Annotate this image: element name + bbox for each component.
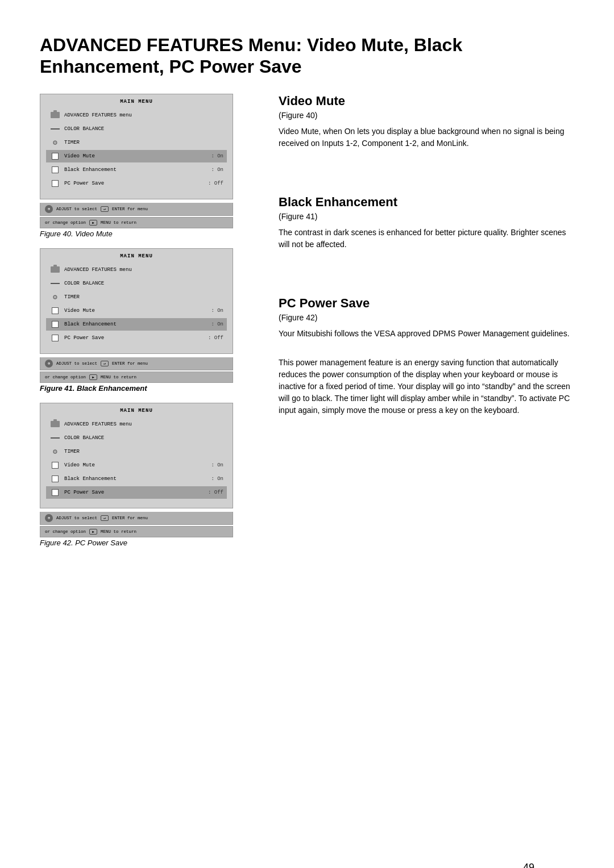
square-icon-3: [49, 180, 61, 187]
menu-item-f2-1: ADVANCED FEATURES menu: [46, 264, 227, 276]
adjust-icon-3: ⊕: [45, 514, 53, 522]
camera-shape-1: [51, 112, 60, 118]
menu-item-label-1: ADVANCED FEATURES menu: [64, 112, 223, 118]
square-shape-f2-3: [52, 335, 59, 341]
camera-shape-2: [51, 266, 60, 273]
camera-icon-1: [49, 111, 61, 119]
menu-footer-2b: or change option ▶ MENU to return: [40, 372, 233, 383]
footer-text-2a: ADJUST to select: [56, 361, 97, 366]
section-ref-pc-power-save: (Figure 42): [279, 313, 574, 322]
square-shape-f2-1: [52, 307, 59, 314]
footer-text-3c: or change option: [45, 529, 86, 534]
square-shape-f3-1: [52, 462, 59, 469]
menu-item-f2-label-4: Video Mute: [64, 308, 211, 314]
gear-shape-3: ⚙: [53, 447, 57, 456]
section-text-black-enhancement: The contrast in dark scenes is enhanced …: [279, 227, 574, 251]
footer-text-2c: or change option: [45, 375, 86, 379]
menu-item-f3-label-3: TIMER: [64, 449, 223, 454]
menu-item-f3-label-4: Video Mute: [64, 462, 211, 468]
menu-item-value-6: : Off: [208, 181, 223, 186]
page-title: ADVANCED FEATURES Menu: Video Mute, Blac…: [40, 34, 574, 78]
adjust-icon-1: ⊕: [45, 205, 53, 213]
menu-item-f2-6: PC Power Save : Off: [46, 332, 227, 344]
menu-item-f3-label-6: PC Power Save: [64, 490, 208, 495]
menu-item-f3-5: Black Enhancement : On: [46, 473, 227, 485]
figure-caption-42: Figure 42. PC Power Save: [40, 539, 256, 547]
line-icon-3: [49, 434, 61, 442]
section-black-enhancement: Black Enhancement (Figure 41) The contra…: [279, 195, 574, 251]
page: ADVANCED FEATURES Menu: Video Mute, Blac…: [40, 34, 574, 868]
gear-shape-1: ⚙: [53, 138, 57, 147]
section-video-mute: Video Mute (Figure 40) Video Mute, when …: [279, 94, 574, 149]
menu-item-f3-1: ADVANCED FEATURES menu: [46, 418, 227, 431]
square-icon-f3-1: [49, 461, 61, 469]
menu-item-label-5: Black Enhancement: [64, 167, 211, 173]
square-icon-1: [49, 152, 61, 160]
gear-icon-1: ⚙: [49, 139, 61, 147]
menu-item-4: Video Mute : On: [46, 150, 227, 162]
menu-item-f2-5: Black Enhancement : On: [46, 318, 227, 331]
line-icon-2: [49, 279, 61, 287]
page-number: 49: [523, 862, 534, 868]
menu-item-2: COLOR BALANCE: [46, 123, 227, 135]
menu-title-bar-1: MAIN MENU: [46, 99, 227, 105]
menu-item-f3-label-2: COLOR BALANCE: [64, 435, 223, 441]
menu-icon-1: ▶: [89, 220, 97, 226]
left-column: MAIN MENU ADVANCED FEATURES menu COLOR B…: [40, 94, 256, 557]
menu-item-value-4: : On: [211, 153, 223, 159]
content-wrapper: MAIN MENU ADVANCED FEATURES menu COLOR B…: [40, 94, 574, 557]
line-shape-1: [51, 128, 60, 130]
menu-item-f3-4: Video Mute : On: [46, 459, 227, 471]
adjust-icon-2: ⊕: [45, 360, 53, 368]
menu-item-f2-4: Video Mute : On: [46, 304, 227, 317]
line-shape-3: [51, 437, 60, 439]
enter-icon-2: ↵: [101, 361, 109, 366]
menu-item-f3-value-6: : Off: [208, 490, 223, 495]
menu-item-f3-label-5: Black Enhancement: [64, 476, 211, 482]
section-text-pc-power-save-2: This power management feature is an ener…: [279, 357, 574, 416]
section-text-pc-power-save-1: Your Mitsubishi follows the VESA approve…: [279, 328, 574, 340]
enter-icon-1: ↵: [101, 206, 109, 212]
menu-item-3: ⚙ TIMER: [46, 136, 227, 149]
footer-text-1c: or change option: [45, 220, 86, 225]
menu-item-f2-3: ⚙ TIMER: [46, 291, 227, 303]
menu-box-figure41: MAIN MENU ADVANCED FEATURES menu COLOR B…: [40, 248, 233, 354]
menu-item-label-6: PC Power Save: [64, 181, 208, 186]
menu-box-figure40: MAIN MENU ADVANCED FEATURES menu COLOR B…: [40, 94, 233, 199]
menu-item-f2-value-5: : On: [211, 322, 223, 327]
menu-item-f2-value-4: : On: [211, 308, 223, 314]
menu-item-label-2: COLOR BALANCE: [64, 126, 223, 132]
square-shape-f2-2: [52, 321, 59, 328]
menu-title-bar-2: MAIN MENU: [46, 253, 227, 259]
gear-icon-3: ⚙: [49, 448, 61, 456]
menu-icon-3: ▶: [89, 529, 97, 535]
gear-icon-2: ⚙: [49, 293, 61, 301]
footer-text-2d: MENU to return: [101, 375, 136, 379]
menu-item-f3-label-1: ADVANCED FEATURES menu: [64, 422, 223, 427]
square-icon-f2-3: [49, 334, 61, 342]
footer-text-3b: ENTER for menu: [112, 516, 148, 520]
menu-item-f2-value-6: : Off: [208, 335, 223, 341]
menu-item-f2-label-6: PC Power Save: [64, 335, 208, 341]
square-icon-f2-1: [49, 307, 61, 315]
enter-icon-3: ↵: [101, 515, 109, 521]
figure-caption-41: Figure 41. Black Enhancement: [40, 384, 256, 393]
menu-item-f3-value-5: : On: [211, 476, 223, 482]
menu-footer-1b: or change option ▶ MENU to return: [40, 217, 233, 228]
footer-text-1b: ENTER for menu: [112, 207, 148, 211]
menu-item-f2-label-1: ADVANCED FEATURES menu: [64, 267, 223, 273]
section-pc-power-save: PC Power Save (Figure 42) Your Mitsubish…: [279, 296, 574, 416]
camera-icon-2: [49, 266, 61, 274]
footer-text-3d: MENU to return: [101, 529, 136, 534]
menu-item-f2-label-2: COLOR BALANCE: [64, 281, 223, 286]
section-ref-black-enhancement: (Figure 41): [279, 212, 574, 221]
line-shape-2: [51, 283, 60, 284]
menu-item-f2-2: COLOR BALANCE: [46, 277, 227, 290]
menu-item-value-5: : On: [211, 167, 223, 173]
square-shape-2: [52, 166, 59, 173]
square-shape-3: [52, 180, 59, 187]
square-shape-f3-3: [52, 489, 59, 496]
figure-caption-40: Figure 40. Video Mute: [40, 229, 256, 238]
square-shape-1: [52, 153, 59, 160]
footer-text-1a: ADJUST to select: [56, 207, 97, 211]
